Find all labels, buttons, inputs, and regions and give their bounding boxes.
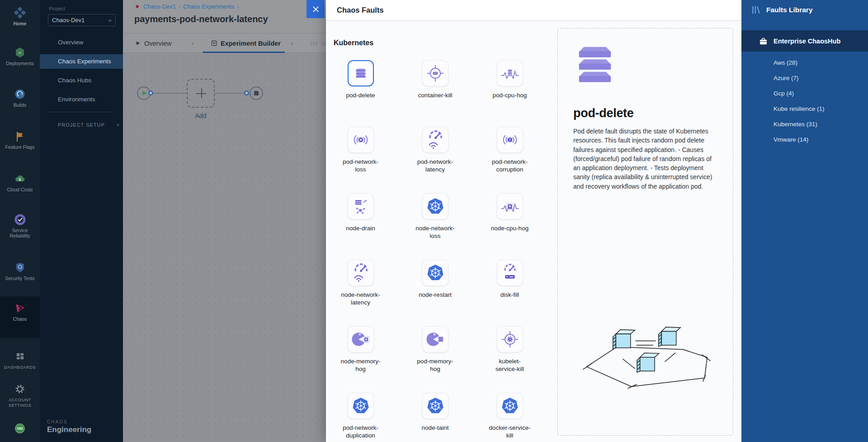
sidebar-item-environments[interactable]: Environments	[40, 92, 123, 107]
fault-label: node-taint	[414, 424, 457, 432]
nav-item-builds[interactable]: Builds	[0, 88, 40, 108]
fault-card-kubelet-service-kill[interactable]: kubelet-service-kill	[472, 326, 547, 393]
fault-card-docker-service-kill[interactable]: docker-service-kill	[472, 393, 547, 442]
fault-card-pod-network-duplication[interactable]: pod-network-duplication	[323, 393, 398, 442]
breadcrumb-section[interactable]: Chaos Experiments	[183, 3, 234, 10]
close-icon	[312, 6, 319, 13]
gauge-wifi-icon	[348, 260, 374, 286]
fault-label: node-memory-hog	[340, 357, 382, 373]
fault-card-pod-network-latency[interactable]: pod-network-latency	[398, 127, 472, 193]
nav-label: ACCOUNT SETTINGS	[6, 397, 34, 408]
chevron-right-icon: ›	[192, 33, 193, 53]
ecg-bars-icon	[497, 60, 523, 86]
sidebar-item-chaos-hubs[interactable]: Chaos Hubs	[40, 73, 123, 88]
fault-card-pod-cpu-hog[interactable]: pod-cpu-hog	[472, 60, 547, 127]
fault-card-pod-network-corruption[interactable]: pod-network-corruption	[472, 127, 547, 193]
fault-card-disk-fill[interactable]: disk-fill	[472, 260, 547, 326]
fault-label: pod-memory-hog	[414, 357, 457, 373]
nav-item-feature-flags[interactable]: Feature Flags	[0, 130, 40, 150]
chaos-faults-modal: Chaos Faults Kubernetes pod-delete conta…	[326, 0, 741, 442]
gauge-wifi-icon	[422, 127, 448, 153]
fault-label: docker-service-kill	[489, 424, 531, 439]
nav-label: Home	[0, 21, 40, 26]
sidebar-item-overview[interactable]: Overview	[40, 35, 123, 50]
fault-card-node-network-latency[interactable]: node-network-latency	[323, 260, 398, 326]
avatar[interactable]: NM	[15, 423, 25, 433]
category-gcp[interactable]: Gcp (4)	[741, 86, 868, 101]
project-selector[interactable]: Chaos-Dev1 »	[48, 14, 116, 26]
nav-item-deployments[interactable]: ∞ Deployments	[0, 46, 40, 66]
fault-card-container-kill[interactable]: container-kill	[398, 60, 472, 127]
svg-text:∞: ∞	[18, 50, 22, 55]
fault-label: pod-network-loss	[340, 158, 382, 173]
nav-label: Builds	[0, 102, 40, 108]
project-setup-toggle[interactable]: PROJECT SETUP˅	[58, 122, 120, 128]
brand-name: Engineering	[47, 425, 91, 434]
fault-card-pod-memory-hog[interactable]: pod-memory-hog	[398, 326, 472, 393]
category-aws[interactable]: Aws (28)	[741, 55, 868, 71]
breadcrumb-project[interactable]: Chaos-Dev1	[143, 3, 176, 10]
pods-sketch-illustration	[579, 318, 714, 409]
home-icon	[0, 6, 40, 19]
fault-label: node-drain	[340, 224, 382, 232]
hub-enterprise-chaoshub[interactable]: Enterprise ChaosHub	[741, 30, 868, 52]
pacman-bars-icon	[422, 326, 448, 352]
fault-label: container-kill	[414, 91, 457, 99]
breadcrumb: Chaos-Dev1 › Chaos Experiments ›	[134, 3, 239, 10]
tab-experiment-builder[interactable]: Experiment Builder	[211, 33, 281, 53]
crosshair-capsule-icon	[422, 60, 448, 86]
fault-card-node-network-loss[interactable]: node-network-loss	[398, 193, 472, 260]
crosshair-gear-icon	[497, 326, 523, 352]
category-kube-resilience[interactable]: Kube resilience (1)	[741, 101, 868, 117]
add-step-button[interactable]	[187, 79, 215, 108]
edge-add-to-end	[215, 93, 247, 94]
end-node-port[interactable]	[244, 90, 249, 95]
kubernetes-wheel-icon	[422, 193, 448, 219]
chevron-down-icon: ˅	[117, 123, 120, 128]
fault-card-node-taint[interactable]: node-taint	[398, 393, 472, 442]
signal-alert-icon	[497, 127, 523, 153]
brand-module: CHAOS	[47, 419, 68, 424]
start-node-port[interactable]	[148, 90, 153, 95]
nav-label: Security Tests	[0, 276, 40, 281]
nav-item-dashboards[interactable]: DASHBOARDS	[0, 350, 40, 370]
category-vmware[interactable]: Vmware (14)	[741, 132, 868, 147]
section-heading: Kubernetes	[334, 39, 373, 47]
end-node[interactable]	[250, 86, 263, 100]
stop-icon	[254, 91, 259, 95]
tab-overview[interactable]: Overview	[135, 33, 171, 53]
category-kubernetes[interactable]: Kubernetes (31)	[741, 117, 868, 132]
divider	[47, 112, 112, 112]
modal-header: Chaos Faults	[326, 0, 741, 21]
category-azure[interactable]: Azure (7)	[741, 71, 868, 86]
fault-card-node-restart[interactable]: node-restart	[398, 260, 472, 326]
nav-item-security-tests[interactable]: Security Tests	[0, 261, 40, 281]
fault-detail-description: Pod delete fault disrupts the state of K…	[573, 127, 719, 191]
faults-library-sidebar: Faults Library Enterprise ChaosHub Aws (…	[741, 0, 868, 442]
builder-tab-icon	[211, 40, 217, 47]
cloud-costs-icon: $	[0, 172, 40, 185]
feature-flags-icon	[0, 130, 40, 143]
nav-item-chaos[interactable]: Chaos	[0, 302, 40, 322]
fault-card-node-cpu-hog[interactable]: node-cpu-hog	[472, 193, 547, 260]
svg-text:$: $	[19, 177, 21, 182]
sidebar-item-chaos-experiments[interactable]: Chaos Experiments	[40, 54, 123, 69]
nav-item-service-reliability[interactable]: Service Reliability	[0, 213, 40, 238]
nav-item-account-settings[interactable]: ACCOUNT SETTINGS	[0, 383, 40, 408]
play-icon	[142, 91, 147, 95]
fault-card-pod-delete[interactable]: pod-delete	[323, 60, 398, 127]
double-chevron-right-icon[interactable]: »	[108, 17, 112, 24]
project-label: Project	[49, 6, 65, 11]
fault-label: node-cpu-hog	[489, 224, 531, 232]
fault-card-node-drain[interactable]: node-drain	[323, 193, 398, 260]
nav-item-home[interactable]: Home	[0, 6, 40, 26]
close-button[interactable]	[307, 0, 325, 18]
fault-label: kubelet-service-kill	[489, 357, 531, 373]
fault-label: pod-network-latency	[414, 158, 457, 173]
security-tests-icon	[0, 261, 40, 274]
kubernetes-wheel-icon	[348, 393, 374, 419]
fault-card-node-memory-hog[interactable]: node-memory-hog	[323, 326, 398, 393]
nav-item-cloud-costs[interactable]: $ Cloud Costs	[0, 172, 40, 192]
fault-label: node-network-latency	[340, 291, 382, 306]
fault-card-pod-network-loss[interactable]: pod-network-loss	[323, 127, 398, 193]
